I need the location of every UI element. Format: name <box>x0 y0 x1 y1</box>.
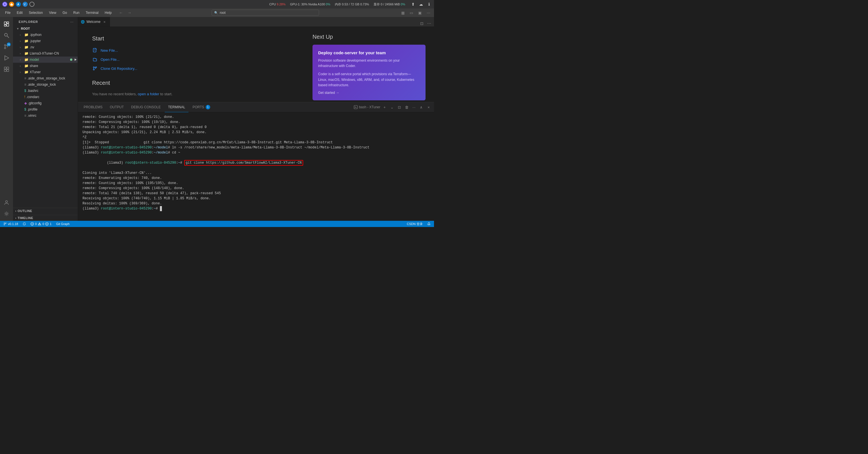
terminal-line: remote: Counting objects: 100% (195/195)… <box>83 181 430 186</box>
menu-selection[interactable]: Selection <box>26 10 45 16</box>
split-terminal-button[interactable]: ⊡ <box>396 104 402 110</box>
activity-search[interactable] <box>1 30 12 41</box>
tab-close[interactable]: × <box>102 20 107 24</box>
forward-button[interactable]: → <box>126 10 133 16</box>
activity-run[interactable] <box>1 53 12 63</box>
maximize-panel-button[interactable]: ∧ <box>418 104 424 110</box>
menu-go[interactable]: Go <box>60 10 70 16</box>
deploy-card: Deploy code-server for your team Provisi… <box>312 45 426 100</box>
arrow-indicator <box>74 59 76 61</box>
sidebar-icon[interactable]: ▣ <box>416 10 423 16</box>
new-file-icon <box>92 48 98 53</box>
tree-item-nv[interactable]: › 📁 .nv <box>13 44 78 50</box>
tab-terminal[interactable]: TERMINAL <box>165 102 189 112</box>
open-folder-link[interactable]: open a folder <box>137 92 159 96</box>
split-editor-button[interactable]: ⊡ <box>419 20 425 27</box>
folder-icon: 📁 <box>24 70 29 74</box>
ports-badge: 1 <box>206 105 210 110</box>
outline-header[interactable]: › OUTLINE <box>13 208 78 214</box>
folder-arrow: › <box>20 71 23 74</box>
more-terminal-options[interactable]: ··· <box>411 104 417 110</box>
menu-file[interactable]: File <box>2 10 13 16</box>
terminal-content[interactable]: remote: Counting objects: 100% (21/21), … <box>78 112 434 221</box>
add-terminal-button[interactable]: + <box>381 104 388 110</box>
filename: model <box>30 58 69 62</box>
tab-welcome[interactable]: 🌐 Welcome × <box>78 17 110 27</box>
menu-run[interactable]: Run <box>70 10 82 16</box>
tree-item-xtuner[interactable]: › 📁 XTuner <box>13 69 78 75</box>
tree-item-model[interactable]: › 📁 model <box>13 57 78 63</box>
filename: .gitconfig <box>28 101 78 105</box>
back-button[interactable]: ← <box>117 10 125 16</box>
info-count: 1 <box>50 222 52 225</box>
tree-item-bashrc[interactable]: › $ .bashrc <box>13 88 78 94</box>
tab-debug-console[interactable]: DEBUG CONSOLE <box>128 102 164 112</box>
activity-explorer[interactable] <box>1 19 12 29</box>
activity-source-control[interactable]: 31 <box>1 41 12 52</box>
sync-icon[interactable] <box>22 221 27 227</box>
tree-item-ipython[interactable]: › 📁 .ipython <box>13 32 78 38</box>
tree-item-vimrc[interactable]: › ≡ .vimrc <box>13 113 78 119</box>
tree-item-condarc[interactable]: › ! .condarc <box>13 94 78 100</box>
status-bar: v0.1.18 0 0 1 Git Graph CSDN 登录 <box>0 221 434 227</box>
layout-icon[interactable]: ▭ <box>408 10 415 16</box>
tree-item-gitconfig[interactable]: › ◆ .gitconfig <box>13 100 78 106</box>
terminal-dropdown-button[interactable]: ⌄ <box>389 104 395 110</box>
filename: .bashrc <box>27 89 78 93</box>
more-options-icon[interactable]: ··· <box>69 19 74 24</box>
info-icon[interactable]: ℹ <box>426 1 432 7</box>
welcome-panel: Start New File... Open File. <box>78 27 434 102</box>
search-bar[interactable]: 🔍 <box>212 10 319 16</box>
open-file-link[interactable]: Open File... <box>92 57 290 62</box>
tree-item-aide-drive[interactable]: › ≡ .aide_drive_storage_lock <box>13 75 78 82</box>
upload-icon[interactable]: ⬆ <box>410 1 416 7</box>
new-file-link[interactable]: New File... <box>92 48 290 53</box>
timeline-header[interactable]: › TIMELINE <box>13 215 78 221</box>
notification-bell[interactable] <box>426 221 432 227</box>
tree-item-aide-storage[interactable]: › ≡ .aide_storage_lock <box>13 82 78 88</box>
tree-item-profile[interactable]: › $ .profile <box>13 106 78 113</box>
tab-output[interactable]: OUTPUT <box>106 102 127 112</box>
errors-item[interactable]: 0 0 1 <box>29 221 53 227</box>
status-left: v0.1.18 0 0 1 Git Graph <box>2 221 71 227</box>
disk-metric: 显存 0 / 24566 MiB 0% <box>374 2 405 6</box>
editor-terminal-split: Start New File... Open File. <box>78 27 434 221</box>
split-editor-icon[interactable]: ▦ <box>400 10 406 16</box>
app-icon-3: A <box>16 2 21 7</box>
git-graph-item[interactable]: Git Graph <box>55 221 71 227</box>
cloud-icon[interactable]: ☁ <box>418 1 424 7</box>
more-tabs-button[interactable]: ⋯ <box>426 20 432 27</box>
tree-item-jupyter[interactable]: › 📁 .jupyter <box>13 38 78 44</box>
tree-root[interactable]: ▼ ROOT <box>13 25 78 32</box>
menu-edit[interactable]: Edit <box>14 10 25 16</box>
status-right: CSDN 登录 <box>406 221 432 227</box>
activity-extensions[interactable] <box>1 64 12 74</box>
next-up-panel: Next Up Deploy code-server for your team… <box>304 27 434 102</box>
clone-repo-link[interactable]: Clone Git Repository... <box>92 66 290 71</box>
activity-settings[interactable] <box>1 208 12 219</box>
terminal-line: [1]+ Stopped git clone https://code.open… <box>83 140 430 145</box>
terminal-line-prompt: (llama3) root@intern-studio-045290:~# <box>83 206 430 211</box>
activity-account[interactable] <box>1 197 12 208</box>
root-label: ROOT <box>21 27 78 30</box>
menu-view[interactable]: View <box>46 10 59 16</box>
search-input[interactable] <box>220 11 316 15</box>
content-area: 🌐 Welcome × ⊡ ⋯ Start <box>78 17 434 221</box>
csdn-item[interactable]: CSDN 登录 <box>406 221 424 227</box>
get-started-link[interactable]: Get started → <box>318 91 420 95</box>
menu-terminal[interactable]: Terminal <box>83 10 101 16</box>
folder-icon: 📁 <box>24 52 29 55</box>
delete-terminal-button[interactable]: 🗑 <box>403 104 410 110</box>
tab-problems[interactable]: PROBLEMS <box>80 102 106 112</box>
file-icon: ≡ <box>24 83 26 87</box>
tree-item-share[interactable]: › 📁 share <box>13 63 78 69</box>
close-panel-button[interactable]: × <box>426 104 432 110</box>
clone-icon <box>92 66 98 71</box>
folder-arrow: › <box>20 46 23 49</box>
tab-ports[interactable]: PORTS 1 <box>189 102 213 112</box>
more-icon[interactable]: ⋯ <box>425 10 432 16</box>
menu-help[interactable]: Help <box>102 10 115 16</box>
git-branch-item[interactable]: v0.1.18 <box>2 221 19 227</box>
tree-item-llama3[interactable]: › 📁 Llama3-XTuner-CN <box>13 50 78 57</box>
modified-indicator <box>70 59 72 61</box>
